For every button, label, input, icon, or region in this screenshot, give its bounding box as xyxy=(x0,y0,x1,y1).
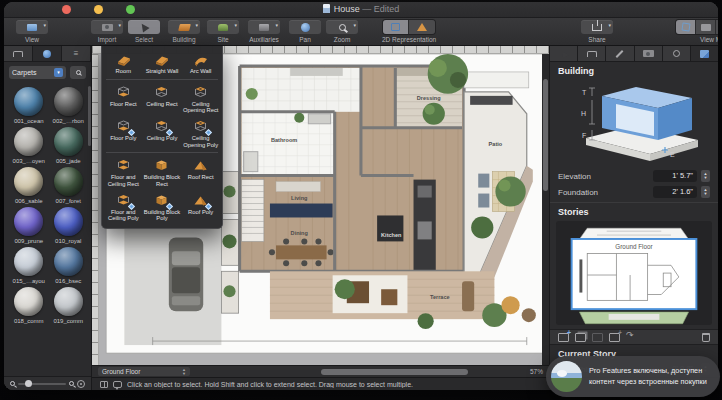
category-select[interactable]: Carpets ▾ xyxy=(9,66,66,79)
texture-sphere-icon xyxy=(14,207,43,236)
texture-swatch[interactable]: 003_…oyen xyxy=(10,127,48,164)
menu-item-floor-and-ceiling-rect[interactable]: Floor and Ceiling Rect xyxy=(104,155,143,189)
texture-swatch[interactable]: 006_sable xyxy=(10,167,48,204)
texture-name: 016_bsec xyxy=(55,278,81,284)
stairs[interactable] xyxy=(242,180,264,242)
tab-list[interactable]: ≡ xyxy=(62,46,91,61)
menu-item-building-block-rect[interactable]: Building Block Rect xyxy=(143,155,182,189)
sidebar-scrollbar[interactable] xyxy=(88,86,91,146)
menu-item-building-block-poly[interactable]: Building Block Poly xyxy=(143,190,182,224)
texture-sphere-icon xyxy=(54,127,83,156)
menu-item-ceiling-opening-rect[interactable]: Ceiling Opening Rect xyxy=(181,82,220,116)
move-story-button[interactable] xyxy=(626,333,638,342)
add-story-button[interactable] xyxy=(558,333,569,342)
elevation-value-field[interactable]: 1' 5.7" xyxy=(653,170,697,182)
canvas-horizontal-scrollbar[interactable] xyxy=(196,369,524,375)
menu-item-roof-poly[interactable]: Roof Poly xyxy=(181,190,220,224)
story-selector[interactable]: Ground Floor ▲▼ xyxy=(98,367,190,376)
texture-name: 019_comm xyxy=(53,318,83,324)
arcwall-tool-icon xyxy=(192,52,209,67)
texture-swatch[interactable]: 007_foret xyxy=(50,167,88,204)
texture-swatch[interactable]: 016_bsec xyxy=(50,247,88,284)
menu-item-arc-wall[interactable]: Arc Wall xyxy=(181,49,220,77)
title-bar: House — Edited xyxy=(4,2,718,18)
block-tool-icon xyxy=(153,158,170,173)
tab-materials[interactable] xyxy=(33,46,62,61)
texture-swatch[interactable]: 002_…rbon xyxy=(50,87,88,124)
texture-swatch[interactable]: 019_comm xyxy=(50,287,88,324)
menu-item-floor-poly[interactable]: Floor Poly xyxy=(104,116,143,150)
texture-sphere-icon xyxy=(14,87,43,116)
tab-object[interactable] xyxy=(578,46,606,61)
tab-arrange[interactable] xyxy=(550,46,578,61)
texture-swatch[interactable]: 005_jade xyxy=(50,127,88,164)
auxiliaries-tool-button[interactable]: ▾ Auxiliaries xyxy=(241,20,287,43)
zoom-in-icon[interactable] xyxy=(69,381,74,386)
list-icon: ≡ xyxy=(74,50,79,58)
search-button[interactable] xyxy=(70,66,86,79)
tab-furniture[interactable] xyxy=(4,46,33,61)
texture-swatch[interactable]: 018_comm xyxy=(10,287,48,324)
foundation-value-field[interactable]: 2' 1.6" xyxy=(653,186,697,198)
terrace-area[interactable]: Terrace xyxy=(270,271,494,319)
menu-item-floor-rect[interactable]: Floor Rect xyxy=(104,82,143,116)
view-mode-2d-button[interactable] xyxy=(676,20,696,34)
tab-light[interactable] xyxy=(663,46,691,61)
svg-text:Dining: Dining xyxy=(291,230,308,236)
view-mode-elevation-button[interactable] xyxy=(716,20,718,34)
building-section-title: Building xyxy=(550,62,718,78)
vertical-scroll-thumb[interactable] xyxy=(543,79,548,191)
view-mode-camera-button[interactable] xyxy=(696,20,716,34)
roof-strip[interactable] xyxy=(464,72,529,88)
zoom-tool-button[interactable]: ▾ Zoom xyxy=(319,20,365,43)
building-tools-grid: RoomStraight WallArc WallFloor RectCeili… xyxy=(104,49,220,224)
menu-item-straight-wall[interactable]: Straight Wall xyxy=(143,49,182,77)
trash-icon[interactable] xyxy=(702,333,710,342)
texture-swatch[interactable]: 010_royal xyxy=(50,207,88,244)
share-button[interactable]: ▾ Share xyxy=(574,20,620,43)
insert-story-button[interactable] xyxy=(592,333,603,342)
menu-item-ceiling-rect[interactable]: Ceiling Rect xyxy=(143,82,182,116)
texture-name: 009_prune xyxy=(14,238,43,244)
sun-icon xyxy=(673,50,680,57)
floorceil-tool-icon xyxy=(115,158,132,173)
site-tool-button[interactable]: ▾ Site xyxy=(200,20,246,43)
tab-building[interactable] xyxy=(691,46,718,61)
library-tabs: ≡ xyxy=(4,46,91,62)
story-card-terrain[interactable] xyxy=(579,312,688,324)
duplicate-story-button[interactable] xyxy=(575,333,586,342)
menu-item-room[interactable]: Room xyxy=(104,49,143,77)
locate-icon[interactable] xyxy=(77,380,85,388)
tab-camera[interactable] xyxy=(635,46,663,61)
texture-swatch[interactable]: 001_ocean xyxy=(10,87,48,124)
slider-knob[interactable] xyxy=(25,380,32,387)
foundation-stepper[interactable]: ▲▼ xyxy=(701,186,710,198)
ceiling-tool-icon xyxy=(153,119,170,134)
canvas-vertical-scrollbar[interactable] xyxy=(542,54,549,365)
pro-features-toast[interactable]: Pro Features включены, доступенконтент ч… xyxy=(546,356,720,397)
texture-swatch[interactable]: 015_…ayou xyxy=(10,247,48,284)
view-button[interactable]: ▾ View xyxy=(9,20,55,43)
zoom-out-icon[interactable] xyxy=(10,381,15,386)
texture-swatch[interactable]: 009_prune xyxy=(10,207,48,244)
texture-sphere-icon xyxy=(54,87,83,116)
menu-item-ceiling-poly[interactable]: Ceiling Poly xyxy=(143,116,182,150)
menu-item-floor-and-ceiling-poly[interactable]: Floor and Ceiling Poly xyxy=(104,190,143,224)
desktop: House — Edited ▾ View ▾ Import Select ▾ … xyxy=(0,0,722,400)
thumbnail-size-slider[interactable] xyxy=(18,383,66,385)
planter-boxes[interactable] xyxy=(221,172,238,314)
tab-edit[interactable] xyxy=(606,46,634,61)
elevation-stepper[interactable]: ▲▼ xyxy=(701,170,710,182)
menu-item-roof-rect[interactable]: Roof Rect xyxy=(181,155,220,189)
menu-item-ceiling-opening-poly[interactable]: Ceiling Opening Poly xyxy=(181,116,220,150)
hint-bubble-icon[interactable] xyxy=(113,381,122,388)
story-card-ground-floor[interactable]: Ground Floor xyxy=(572,239,697,309)
add-building-button[interactable] xyxy=(609,333,620,342)
representation-2d-button[interactable] xyxy=(383,20,409,34)
car[interactable] xyxy=(169,237,203,311)
representation-3d-button[interactable] xyxy=(409,20,435,34)
texture-sphere-icon xyxy=(14,167,43,196)
bathroom-room[interactable]: Bathroom xyxy=(242,112,335,176)
horizontal-scroll-thumb[interactable] xyxy=(321,369,469,375)
grid-icon[interactable] xyxy=(100,381,108,388)
